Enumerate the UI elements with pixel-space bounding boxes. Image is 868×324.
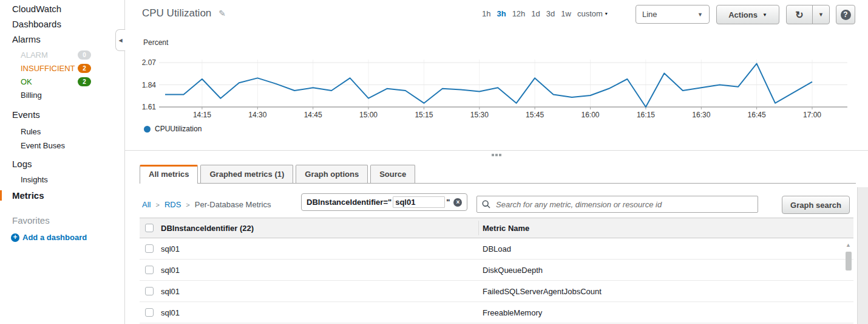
chevron-down-icon: ▼	[697, 12, 703, 18]
panel-resize-handle[interactable]	[492, 154, 501, 156]
sidebar-item-alarms[interactable]: Alarms	[0, 34, 124, 44]
metric-search-input[interactable]	[495, 199, 753, 210]
table-row[interactable]: sql01 DBLoad	[140, 238, 853, 260]
add-dashboard-button[interactable]: + Add a dashboard	[0, 233, 124, 242]
main-content: CPU Utilization ✎ 1h 3h 12h 1d 3d 1w cus…	[125, 0, 868, 324]
time-range-selector: 1h 3h 12h 1d 3d 1w custom ▾	[482, 9, 608, 18]
row-checkbox[interactable]	[145, 287, 154, 295]
table-row[interactable]: sql01 FailedSQLServerAgentJobsCount	[140, 281, 853, 302]
filter-dimension-label: DBInstanceIdentifier="	[307, 198, 392, 207]
ok-state-label: OK	[21, 77, 32, 86]
breadcrumb-per-database-metrics[interactable]: Per-Database Metrics	[195, 200, 271, 209]
help-icon: ?	[841, 10, 851, 20]
range-3d[interactable]: 3d	[546, 9, 555, 18]
svg-text:16:00: 16:00	[581, 111, 599, 119]
scrollbar-thumb[interactable]	[846, 252, 852, 271]
remove-filter-icon[interactable]: ×	[453, 198, 462, 207]
svg-text:15:15: 15:15	[415, 111, 433, 119]
chart-type-select[interactable]: Line ▼	[636, 5, 710, 24]
actions-label: Actions	[728, 10, 758, 19]
svg-text:16:30: 16:30	[692, 111, 710, 119]
svg-text:17:00: 17:00	[803, 111, 821, 119]
svg-text:1.84: 1.84	[142, 81, 157, 89]
sidebar-item-alarm-state[interactable]: ALARM 0	[0, 50, 91, 60]
range-1h[interactable]: 1h	[482, 9, 490, 18]
tab-all-metrics[interactable]: All metrics	[140, 165, 198, 184]
svg-text:15:00: 15:00	[359, 111, 378, 119]
graph-search-button[interactable]: Graph search	[782, 196, 850, 214]
row-checkbox[interactable]	[145, 266, 154, 274]
edit-title-pencil-icon[interactable]: ✎	[219, 9, 226, 18]
refresh-button[interactable]: ↻	[786, 5, 813, 24]
range-1w[interactable]: 1w	[561, 9, 571, 18]
svg-text:14:45: 14:45	[304, 111, 322, 119]
range-custom[interactable]: custom ▾	[577, 9, 608, 18]
sidebar-item-logs[interactable]: Logs	[0, 159, 124, 169]
metrics-browser-tabs: All metrics Graphed metrics (1) Graph op…	[140, 164, 856, 184]
legend-item-cpuutilization[interactable]: CPUUtilization	[144, 125, 202, 133]
breadcrumb-rds[interactable]: RDS	[164, 200, 181, 209]
sidebar-item-cloudwatch[interactable]: CloudWatch	[0, 4, 124, 14]
plus-icon: +	[11, 233, 19, 242]
panel-scrollbar-track[interactable]	[857, 187, 868, 324]
tab-graphed-metrics[interactable]: Graphed metrics (1)	[200, 165, 293, 183]
select-all-checkbox[interactable]	[145, 224, 154, 232]
legend-dot-icon	[144, 126, 151, 133]
range-1d[interactable]: 1d	[531, 9, 540, 18]
chevron-down-icon: ▼	[818, 12, 824, 18]
column-header-dbinstanceidentifier[interactable]: DBInstanceIdentifier (22)	[161, 224, 254, 233]
sidebar-item-insights[interactable]: Insights	[0, 175, 124, 184]
table-header-row: DBInstanceIdentifier (22) Metric Name	[140, 218, 853, 238]
cell-db-instance: sql01	[161, 266, 180, 275]
refresh-options-button[interactable]: ▼	[812, 5, 830, 24]
sidebar-item-ok-state[interactable]: OK 2	[0, 77, 91, 86]
range-3h-selected[interactable]: 3h	[497, 9, 506, 18]
cell-db-instance: sql01	[161, 287, 180, 296]
cpu-utilization-chart[interactable]: 14:1514:3014:4515:0015:1515:3015:4516:00…	[140, 36, 856, 128]
breadcrumb-separator: >	[155, 201, 159, 209]
sidebar-item-billing[interactable]: Billing	[0, 91, 124, 100]
range-12h[interactable]: 12h	[512, 9, 526, 18]
table-row[interactable]: sql01 FreeableMemory	[140, 302, 853, 323]
insufficient-state-label: INSUFFICIENT	[21, 64, 75, 73]
panel-divider	[125, 150, 868, 151]
svg-text:14:15: 14:15	[193, 111, 211, 119]
metric-search-box	[476, 196, 758, 213]
cell-metric-name: DBLoad	[483, 244, 511, 253]
cell-metric-name: DiskQueueDepth	[483, 266, 543, 275]
breadcrumb-separator: >	[186, 201, 189, 209]
sidebar-item-event-buses[interactable]: Event Buses	[0, 141, 124, 150]
chart-title-row: CPU Utilization ✎	[142, 7, 226, 19]
ok-count-badge: 2	[78, 77, 91, 86]
chevron-down-icon: ▾	[605, 11, 608, 16]
breadcrumb-all[interactable]: All	[142, 200, 151, 209]
filter-value-input[interactable]	[393, 196, 445, 208]
help-button[interactable]: ?	[836, 5, 855, 24]
scroll-up-arrow-icon[interactable]: ▲	[844, 242, 852, 248]
table-body: sql01 DBLoad sql01 DiskQueueDepth sql01 …	[140, 238, 853, 323]
cell-db-instance: sql01	[161, 308, 180, 317]
column-header-metric-name[interactable]: Metric Name	[483, 224, 529, 233]
sidebar-item-insufficient-state[interactable]: INSUFFICIENT 2	[0, 64, 91, 73]
svg-text:16:15: 16:15	[637, 111, 655, 119]
refresh-split-button: ↻ ▼	[786, 5, 830, 24]
sidebar-item-metrics-active[interactable]: Metrics	[0, 190, 124, 201]
sidebar-item-dashboards[interactable]: Dashboards	[0, 19, 124, 29]
sidebar: CloudWatch Dashboards Alarms ALARM 0 INS…	[0, 0, 125, 324]
sidebar-item-events[interactable]: Events	[0, 109, 124, 120]
row-checkbox[interactable]	[145, 308, 154, 317]
svg-text:16:45: 16:45	[748, 111, 766, 119]
sidebar-item-rules[interactable]: Rules	[0, 127, 124, 136]
insufficient-count-badge: 2	[78, 64, 91, 73]
table-row[interactable]: sql01 DiskQueueDepth	[140, 260, 853, 281]
tab-graph-options[interactable]: Graph options	[296, 165, 368, 183]
tab-source[interactable]: Source	[370, 165, 415, 183]
actions-button[interactable]: Actions ▼	[716, 5, 779, 24]
row-checkbox[interactable]	[145, 244, 154, 253]
sidebar-collapse-button[interactable]: ◀	[115, 29, 126, 51]
svg-text:14:30: 14:30	[248, 111, 266, 119]
legend-label: CPUUtilization	[155, 125, 202, 133]
sidebar-section-favorites: Favorites	[0, 215, 124, 226]
table-scrollbar: ▲	[844, 242, 852, 324]
svg-text:1.61: 1.61	[142, 103, 157, 111]
